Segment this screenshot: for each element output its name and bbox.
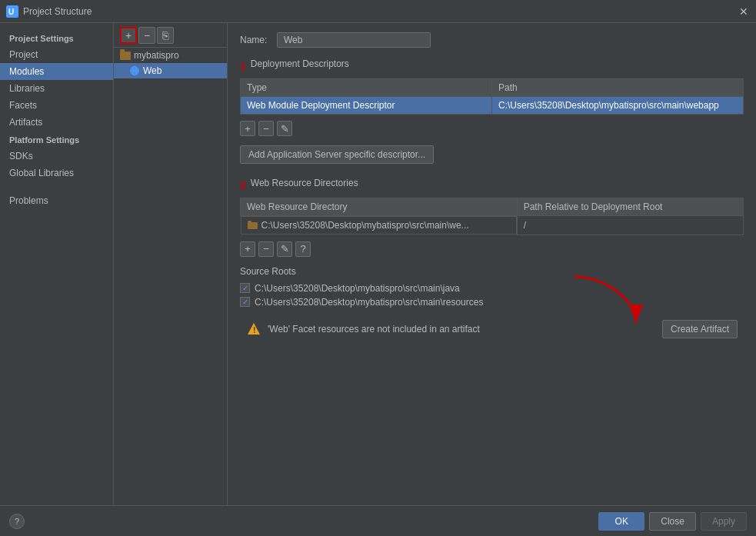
- sidebar-item-modules[interactable]: Modules: [0, 63, 113, 80]
- source-root-item-java: C:\Users\35208\Desktop\mybatispro\src\ma…: [240, 281, 744, 295]
- apply-button[interactable]: Apply: [701, 512, 747, 531]
- descriptors-toolbar: + − ✎: [240, 118, 744, 139]
- col-path: Path: [492, 79, 744, 97]
- col-deployment-root: Path Relative to Deployment Root: [517, 198, 743, 216]
- cell-type: Web Module Deployment Descriptor: [241, 97, 492, 115]
- platform-settings-title: Platform Settings: [0, 131, 113, 148]
- sidebar: Project Settings Project Modules Librari…: [0, 23, 114, 505]
- help-webdir-btn[interactable]: ?: [295, 241, 311, 257]
- folder-icon: [120, 52, 131, 60]
- remove-descriptor-btn[interactable]: −: [258, 121, 274, 136]
- title-bar-controls: ✕: [738, 5, 750, 18]
- app-icon: U: [6, 5, 18, 18]
- svg-text:!: !: [253, 326, 255, 335]
- warning-row: ! 'Web' Facet resources are not included…: [240, 315, 744, 343]
- sidebar-item-libraries[interactable]: Libraries: [0, 80, 113, 97]
- warning-section: ! 'Web' Facet resources are not included…: [240, 315, 744, 343]
- add-webdir-btn[interactable]: +: [240, 241, 255, 257]
- name-label: Name:: [240, 35, 271, 45]
- cell-deployment-path: /: [517, 216, 743, 235]
- title-bar: U Project Structure ✕: [0, 0, 756, 23]
- source-roots-section: Source Roots C:\Users\35208\Desktop\myba…: [240, 266, 744, 309]
- step2-badge: 2: [240, 179, 246, 191]
- name-input[interactable]: [277, 32, 431, 48]
- webdirs-toolbar: + − ✎ ?: [240, 238, 744, 260]
- bottom-bar: ? OK Close Apply: [0, 505, 756, 536]
- sidebar-item-artifacts[interactable]: Artifacts: [0, 114, 113, 131]
- sidebar-item-facets[interactable]: Facets: [0, 97, 113, 114]
- module-toolbar: + − ⎘: [114, 23, 227, 48]
- svg-rect-6: [248, 221, 251, 223]
- close-button[interactable]: ✕: [738, 5, 750, 18]
- source-root-java-checkbox[interactable]: [240, 283, 250, 293]
- edit-webdir-btn[interactable]: ✎: [277, 241, 292, 257]
- remove-module-button[interactable]: −: [138, 27, 155, 44]
- tree-item-mybatispro[interactable]: mybatispro: [114, 48, 227, 63]
- help-button[interactable]: ?: [9, 514, 25, 529]
- tree-item-web[interactable]: Web: [114, 63, 227, 78]
- cell-path: C:\Users\35208\Desktop\mybatispro\src\ma…: [492, 97, 744, 115]
- window-title: Project Structure: [23, 6, 92, 17]
- ok-button[interactable]: OK: [598, 512, 644, 531]
- copy-module-button[interactable]: ⎘: [157, 27, 174, 44]
- warning-message: 'Web' Facet resources are not included i…: [268, 324, 656, 335]
- title-bar-left: U Project Structure: [6, 5, 92, 18]
- sidebar-item-sdks[interactable]: SDKs: [0, 148, 113, 165]
- module-tree: mybatispro Web: [114, 48, 227, 505]
- sidebar-item-problems[interactable]: Problems: [0, 192, 113, 209]
- svg-rect-5: [248, 222, 258, 229]
- folder-icon: [248, 220, 258, 231]
- right-panel: Name: 1 Deployment Descriptors Type Path: [228, 23, 756, 505]
- table-row[interactable]: Web Module Deployment Descriptor C:\User…: [241, 97, 744, 115]
- web-resource-dirs-title: Web Resource Directories: [251, 178, 358, 188]
- edit-descriptor-btn[interactable]: ✎: [277, 121, 292, 136]
- warning-icon: !: [246, 321, 261, 337]
- source-root-resources-path: C:\Users\35208\Desktop\mybatispro\src\ma…: [255, 297, 483, 308]
- col-web-dir: Web Resource Directory: [241, 198, 518, 216]
- sidebar-item-project[interactable]: Project: [0, 46, 113, 63]
- bottom-right: OK Close Apply: [598, 512, 747, 531]
- remove-webdir-btn[interactable]: −: [258, 241, 274, 257]
- project-settings-title: Project Settings: [0, 29, 113, 46]
- add-descriptor-btn[interactable]: +: [240, 121, 255, 136]
- source-roots-title: Source Roots: [240, 266, 744, 277]
- source-root-java-path: C:\Users\35208\Desktop\mybatispro\src\ma…: [255, 283, 460, 294]
- left-panel: + − ⎘ mybatispro Web: [114, 23, 228, 505]
- svg-text:U: U: [8, 8, 14, 16]
- table-row[interactable]: C:\Users\35208\Desktop\mybatispro\src\ma…: [241, 216, 744, 235]
- create-artifact-button[interactable]: Create Artifact: [662, 320, 738, 338]
- step1-badge: 1: [240, 60, 246, 72]
- add-module-button[interactable]: +: [120, 27, 137, 44]
- source-root-resources-checkbox[interactable]: [240, 297, 250, 307]
- deployment-descriptors-table: Type Path Web Module Deployment Descript…: [240, 78, 744, 115]
- tree-item-mybatispro-label: mybatispro: [134, 50, 179, 61]
- add-app-server-descriptor-button[interactable]: Add Application Server specific descript…: [240, 145, 434, 164]
- col-type: Type: [241, 79, 492, 97]
- tree-item-web-label: Web: [143, 65, 162, 76]
- bottom-left: ?: [9, 514, 25, 529]
- name-row: Name:: [240, 32, 744, 48]
- source-root-item-resources: C:\Users\35208\Desktop\mybatispro\src\ma…: [240, 295, 744, 309]
- sidebar-item-global-libraries[interactable]: Global Libraries: [0, 165, 113, 181]
- web-resource-dirs-table: Web Resource Directory Path Relative to …: [240, 198, 744, 235]
- deployment-descriptors-title: Deployment Descriptors: [251, 58, 349, 69]
- web-icon: [129, 65, 140, 76]
- cancel-button[interactable]: Close: [649, 512, 696, 531]
- cell-web-dir: C:\Users\35208\Desktop\mybatispro\src\ma…: [241, 216, 517, 235]
